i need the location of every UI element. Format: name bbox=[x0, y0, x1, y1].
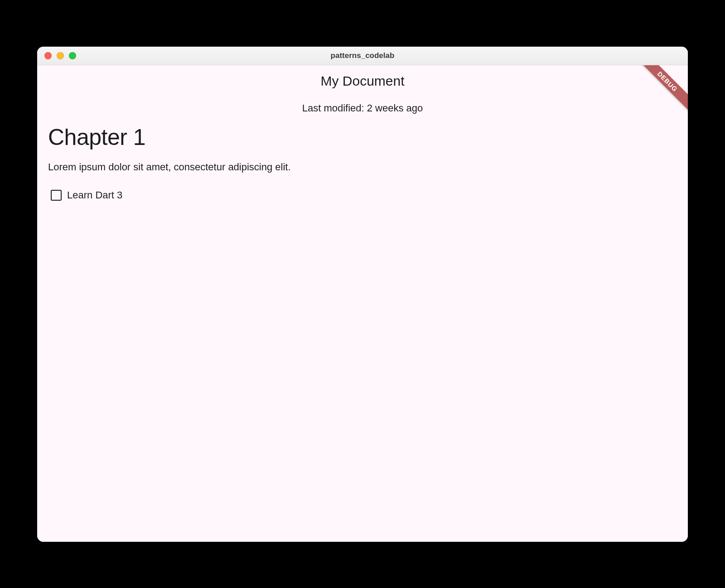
app-content: My Document Last modified: 2 weeks ago C… bbox=[37, 65, 688, 542]
checkbox-item[interactable]: Learn Dart 3 bbox=[48, 189, 677, 201]
minimize-icon[interactable] bbox=[57, 52, 64, 59]
document-body: Chapter 1 Lorem ipsum dolor sit amet, co… bbox=[37, 124, 688, 201]
page-title: My Document bbox=[37, 65, 688, 89]
maximize-icon[interactable] bbox=[69, 52, 76, 59]
chapter-heading: Chapter 1 bbox=[48, 124, 677, 150]
app-window: patterns_codelab My Document Last modifi… bbox=[37, 47, 688, 542]
paragraph-text: Lorem ipsum dolor sit amet, consectetur … bbox=[48, 161, 677, 173]
checkbox-outline-icon[interactable] bbox=[51, 190, 62, 201]
titlebar: patterns_codelab bbox=[37, 47, 688, 65]
window-controls bbox=[37, 52, 76, 59]
last-modified-text: Last modified: 2 weeks ago bbox=[37, 102, 688, 114]
window-title: patterns_codelab bbox=[37, 51, 688, 60]
checkbox-label: Learn Dart 3 bbox=[67, 189, 122, 201]
close-icon[interactable] bbox=[44, 52, 52, 59]
